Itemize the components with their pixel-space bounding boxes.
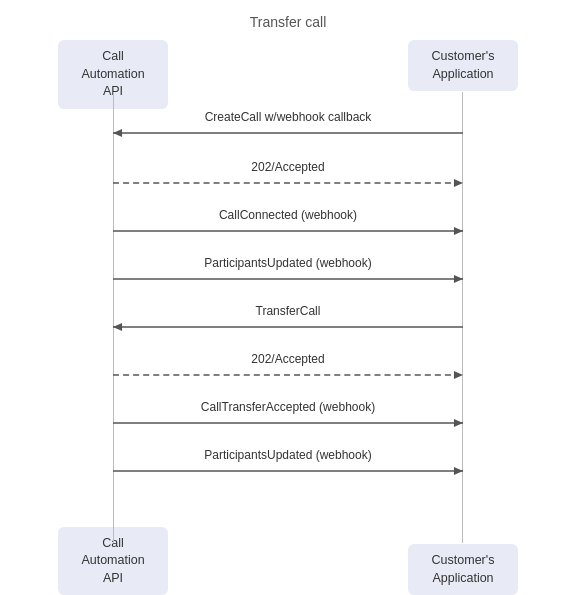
arrow-row: CreateCall w/webhook callback xyxy=(113,110,463,141)
svg-marker-1 xyxy=(113,129,122,137)
svg-marker-3 xyxy=(454,179,463,187)
diagram-container: Transfer call Call Automation API Custom… xyxy=(0,0,576,595)
diagram-title: Transfer call xyxy=(250,14,327,30)
svg-marker-9 xyxy=(113,323,122,331)
arrow-line xyxy=(113,127,463,141)
arrow-label: CallTransferAccepted (webhook) xyxy=(201,400,375,414)
arrow-label: 202/Accepted xyxy=(251,352,324,366)
svg-marker-13 xyxy=(454,419,463,427)
arrow-row: ParticipantsUpdated (webhook) xyxy=(113,448,463,479)
arrow-row: CallTransferAccepted (webhook) xyxy=(113,400,463,431)
arrow-line xyxy=(113,177,463,191)
arrow-line xyxy=(113,465,463,479)
svg-marker-5 xyxy=(454,227,463,235)
arrow-label: TransferCall xyxy=(256,304,321,318)
arrow-label: ParticipantsUpdated (webhook) xyxy=(204,448,371,462)
diagram-body: Call Automation API Customer's Applicati… xyxy=(48,40,528,595)
svg-marker-7 xyxy=(454,275,463,283)
arrow-line xyxy=(113,417,463,431)
arrow-label: CreateCall w/webhook callback xyxy=(205,110,372,124)
svg-marker-15 xyxy=(454,467,463,475)
arrow-line xyxy=(113,225,463,239)
actor-top-right: Customer's Application xyxy=(408,40,518,91)
arrow-line xyxy=(113,273,463,287)
arrow-label: ParticipantsUpdated (webhook) xyxy=(204,256,371,270)
arrow-line xyxy=(113,321,463,335)
arrow-label: 202/Accepted xyxy=(251,160,324,174)
arrow-label: CallConnected (webhook) xyxy=(219,208,357,222)
arrow-row: 202/Accepted xyxy=(113,352,463,383)
arrow-line xyxy=(113,369,463,383)
arrow-row: TransferCall xyxy=(113,304,463,335)
arrow-row: 202/Accepted xyxy=(113,160,463,191)
arrow-row: ParticipantsUpdated (webhook) xyxy=(113,256,463,287)
svg-marker-11 xyxy=(454,371,463,379)
actor-bot-right: Customer's Application xyxy=(408,544,518,595)
arrow-row: CallConnected (webhook) xyxy=(113,208,463,239)
